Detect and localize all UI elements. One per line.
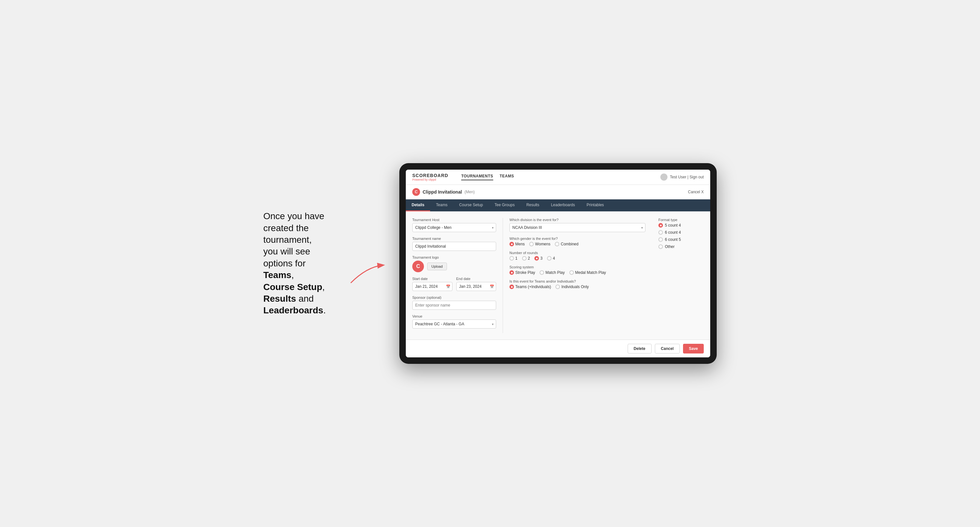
venue-label: Venue: [412, 314, 496, 318]
rounds-radio-group: 1 2 3 4: [509, 256, 646, 260]
tournament-header: C Clippd Invitational (Men) Cancel X: [406, 185, 710, 199]
end-calendar-icon: 📅: [490, 284, 494, 289]
user-avatar: [660, 173, 668, 181]
date-group: Start date 📅 End date 📅: [412, 277, 496, 291]
cancel-button-header[interactable]: Cancel X: [688, 190, 704, 194]
rounds-4[interactable]: 4: [547, 256, 555, 260]
rounds-1[interactable]: 1: [509, 256, 517, 260]
logo-preview: C: [412, 260, 424, 272]
tab-teams[interactable]: Teams: [430, 199, 453, 211]
tablet-device: SCOREBOARD Powered by clippd TOURNAMENTS…: [399, 163, 717, 364]
teams-radio-group: Teams (+Individuals) Individuals Only: [509, 284, 646, 289]
user-nav: Test User | Sign out: [660, 173, 704, 181]
venue-group: Venue Peachtree GC - Atlanta - GA ▾: [412, 314, 496, 329]
nav-tournaments[interactable]: TOURNAMENTS: [461, 174, 493, 180]
tab-details[interactable]: Details: [406, 199, 430, 211]
rounds-2[interactable]: 2: [522, 256, 530, 260]
gender-womens-radio[interactable]: [529, 242, 534, 246]
delete-button[interactable]: Delete: [628, 344, 652, 354]
end-date-label: End date: [456, 277, 496, 281]
left-column: Tournament Host Clippd College - Men ▾ T…: [412, 218, 503, 333]
upload-button[interactable]: Upload: [427, 262, 447, 270]
gender-label: Which gender is the event for?: [509, 237, 646, 241]
format-other-radio[interactable]: [659, 244, 663, 249]
rounds-1-radio[interactable]: [509, 256, 514, 260]
annotation-text: Once you have created the tournament, yo…: [263, 210, 334, 317]
gender-combined-radio[interactable]: [555, 242, 559, 246]
rounds-3-radio[interactable]: [535, 256, 539, 260]
nav-links: TOURNAMENTS TEAMS: [461, 174, 514, 180]
scoring-match[interactable]: Match Play: [539, 270, 565, 275]
rounds-4-radio[interactable]: [547, 256, 552, 260]
scoring-label: Scoring system: [509, 265, 646, 269]
form-footer: Delete Cancel Save: [406, 340, 710, 357]
scoring-radio-group: Stroke Play Match Play Medal Match Play: [509, 270, 646, 275]
teams-combined[interactable]: Teams (+Individuals): [509, 284, 551, 289]
format-other[interactable]: Other: [659, 244, 704, 249]
tab-printables[interactable]: Printables: [581, 199, 609, 211]
start-date-label: Start date: [412, 277, 452, 281]
sponsor-input[interactable]: [412, 301, 496, 310]
rounds-group: Number of rounds 1 2: [509, 251, 646, 260]
scoring-stroke-radio[interactable]: [509, 270, 514, 275]
tab-results[interactable]: Results: [520, 199, 545, 211]
gender-mens[interactable]: Mens: [509, 242, 525, 246]
tablet-screen: SCOREBOARD Powered by clippd TOURNAMENTS…: [406, 170, 710, 357]
logo-sub: Powered by clippd: [412, 178, 448, 181]
venue-select[interactable]: Peachtree GC - Atlanta - GA: [412, 319, 496, 329]
nav-teams[interactable]: TEAMS: [500, 174, 514, 180]
tab-bar: Details Teams Course Setup Tee Groups Re…: [406, 199, 710, 211]
division-select[interactable]: NCAA Division III: [509, 223, 646, 232]
name-input[interactable]: [412, 242, 496, 251]
host-select[interactable]: Clippd College - Men: [412, 223, 496, 232]
tournament-logo-icon: C: [412, 188, 420, 196]
gender-womens[interactable]: Womens: [529, 242, 550, 246]
format-label: Format type: [659, 218, 704, 222]
right-column: Format type 5 count 4 6 count 4 6 count …: [652, 218, 704, 333]
format-5count4[interactable]: 5 count 4: [659, 223, 704, 227]
teams-individuals-radio[interactable]: [555, 284, 560, 289]
logo-text: SCOREBOARD: [412, 173, 448, 178]
logo-group: Tournament logo C Upload: [412, 256, 496, 272]
teams-group: Is this event for Teams and/or Individua…: [509, 279, 646, 289]
user-signout[interactable]: Test User | Sign out: [670, 175, 704, 179]
main-content: Tournament Host Clippd College - Men ▾ T…: [406, 211, 710, 340]
logo-label: Tournament logo: [412, 256, 496, 259]
scoring-match-radio[interactable]: [539, 270, 544, 275]
rounds-3[interactable]: 3: [535, 256, 542, 260]
format-6count4[interactable]: 6 count 4: [659, 230, 704, 235]
scoring-medal-match[interactable]: Medal Match Play: [570, 270, 606, 275]
format-5count4-radio[interactable]: [659, 223, 663, 227]
tab-tee-groups[interactable]: Tee Groups: [489, 199, 520, 211]
format-6count4-radio[interactable]: [659, 230, 663, 235]
gender-radio-group: Mens Womens Combined: [509, 242, 646, 246]
top-navigation: SCOREBOARD Powered by clippd TOURNAMENTS…: [406, 170, 710, 185]
cancel-button[interactable]: Cancel: [655, 344, 680, 354]
gender-mens-radio[interactable]: [509, 242, 514, 246]
scoring-stroke[interactable]: Stroke Play: [509, 270, 535, 275]
tournament-name: Clippd Invitational: [423, 189, 462, 195]
start-calendar-icon: 📅: [446, 284, 450, 289]
teams-combined-radio[interactable]: [509, 284, 514, 289]
name-label: Tournament name: [412, 237, 496, 241]
gender-combined[interactable]: Combined: [555, 242, 578, 246]
host-label: Tournament Host: [412, 218, 496, 222]
tab-course-setup[interactable]: Course Setup: [453, 199, 489, 211]
sponsor-group: Sponsor (optional): [412, 295, 496, 310]
format-other-group: Other: [665, 244, 704, 249]
format-6count5[interactable]: 6 count 5: [659, 237, 704, 242]
name-group: Tournament name: [412, 237, 496, 251]
scoring-medal-radio[interactable]: [570, 270, 574, 275]
annotation-arrow: [347, 260, 387, 286]
host-group: Tournament Host Clippd College - Men ▾: [412, 218, 496, 232]
tournament-subtitle: (Men): [465, 190, 474, 194]
format-6count5-radio[interactable]: [659, 237, 663, 242]
gender-group: Which gender is the event for? Mens Wome…: [509, 237, 646, 246]
teams-individuals[interactable]: Individuals Only: [555, 284, 589, 289]
tab-leaderboards[interactable]: Leaderboards: [545, 199, 581, 211]
rounds-2-radio[interactable]: [522, 256, 527, 260]
save-button[interactable]: Save: [683, 344, 704, 354]
teams-label: Is this event for Teams and/or Individua…: [509, 279, 646, 283]
division-label: Which division is the event for?: [509, 218, 646, 222]
app-logo: SCOREBOARD Powered by clippd: [412, 173, 448, 181]
